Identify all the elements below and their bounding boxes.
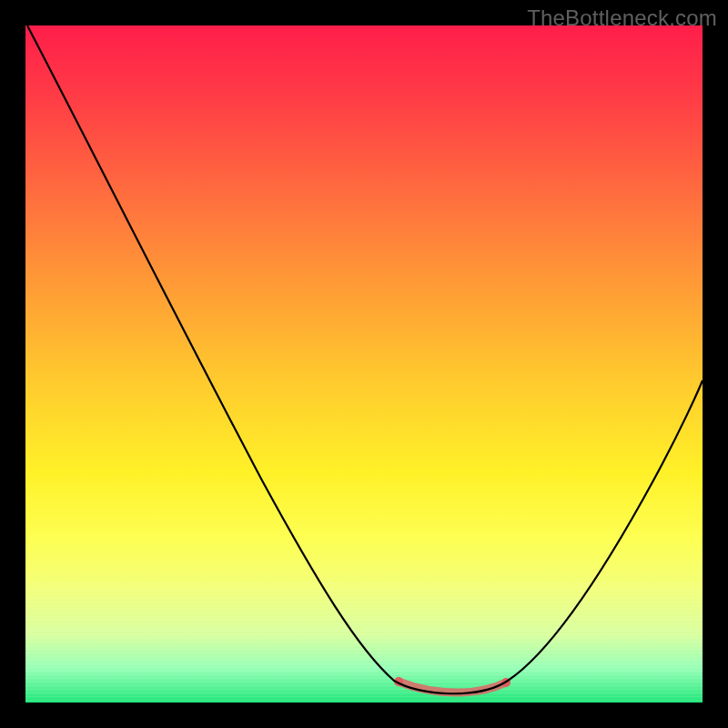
plot-area	[25, 25, 703, 703]
watermark-text: TheBottleneck.com	[527, 5, 717, 31]
bottleneck-curve	[27, 25, 703, 693]
chart-frame: TheBottleneck.com	[0, 0, 728, 728]
curve-svg	[25, 25, 703, 703]
highlight-segment	[399, 682, 506, 693]
